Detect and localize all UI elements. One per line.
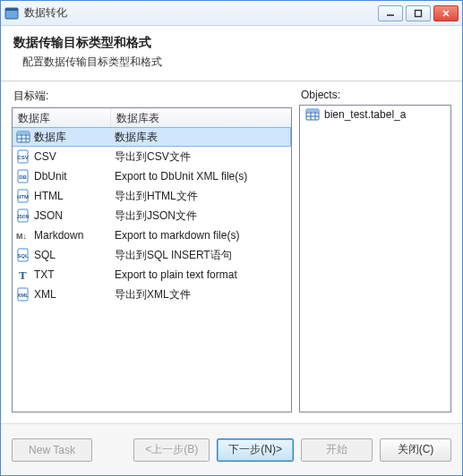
target-row[interactable]: CSVCSV导出到CSV文件 xyxy=(13,147,291,166)
content-area: 目标端: 数据库 数据库表 数据库数据库表CSVCSV导出到CSV文件DBDbU… xyxy=(1,81,462,423)
target-desc: 导出到XML文件 xyxy=(115,287,191,302)
target-name: TXT xyxy=(34,268,55,281)
target-row[interactable]: HTMHTML导出到HTML文件 xyxy=(13,186,291,206)
target-desc: 导出到JSON文件 xyxy=(115,208,197,224)
target-row[interactable]: JSONJSON导出到JSON文件 xyxy=(13,206,291,225)
targets-listbox[interactable]: 数据库 数据库表 数据库数据库表CSVCSV导出到CSV文件DBDbUnitEx… xyxy=(12,107,292,412)
svg-rect-3 xyxy=(416,10,422,16)
dbunit-icon: DB xyxy=(16,169,30,183)
titlebar: 数据转化 xyxy=(1,1,462,26)
objects-listbox[interactable]: bien_test.tabel_a xyxy=(299,105,451,412)
markdown-icon: M↓ xyxy=(16,228,30,242)
objects-column: Objects: bien_test.tabel_a xyxy=(299,89,451,412)
targets-header: 数据库 数据库表 xyxy=(13,108,291,128)
table-icon xyxy=(16,130,30,144)
objects-label: Objects: xyxy=(299,89,451,101)
svg-text:M↓: M↓ xyxy=(16,232,27,241)
target-name: CSV xyxy=(34,150,56,163)
targets-column: 目标端: 数据库 数据库表 数据库数据库表CSVCSV导出到CSV文件DBDbU… xyxy=(12,89,292,412)
svg-rect-11 xyxy=(17,132,30,134)
target-row[interactable]: TTXTExport to plain text format xyxy=(13,265,291,285)
target-row[interactable]: DBDbUnitExport to DbUnit XML file(s) xyxy=(13,166,291,186)
svg-text:T: T xyxy=(19,268,27,282)
window-title: 数据转化 xyxy=(24,5,378,21)
target-desc: 导出到SQL INSERT语句 xyxy=(115,248,232,263)
target-name: SQL xyxy=(34,249,56,261)
minimize-button[interactable] xyxy=(378,5,403,21)
svg-text:JSON: JSON xyxy=(17,214,30,219)
svg-rect-1 xyxy=(5,8,18,11)
svg-text:XML: XML xyxy=(17,293,29,298)
svg-text:CSV: CSV xyxy=(17,155,28,160)
xml-icon: XML xyxy=(16,287,30,302)
target-name: HTML xyxy=(34,190,64,202)
maximize-button[interactable] xyxy=(406,5,431,21)
targets-label: 目标端: xyxy=(12,89,292,104)
table-icon xyxy=(305,107,320,122)
start-button: 开始 xyxy=(301,438,373,462)
target-name: XML xyxy=(34,288,56,301)
json-icon: JSON xyxy=(16,208,30,223)
target-row[interactable]: SQLSQL导出到SQL INSERT语句 xyxy=(13,245,291,265)
page-subtitle: 配置数据传输目标类型和格式 xyxy=(13,55,450,70)
svg-text:DB: DB xyxy=(19,174,27,180)
target-row[interactable]: 数据库数据库表 xyxy=(12,127,291,147)
svg-text:SQL: SQL xyxy=(17,253,29,259)
object-item[interactable]: bien_test.tabel_a xyxy=(300,106,450,123)
target-name: DbUnit xyxy=(34,170,67,183)
close-dialog-button[interactable]: 关闭(C) xyxy=(380,438,451,462)
target-name: 数据库 xyxy=(34,130,66,145)
sql-icon: SQL xyxy=(16,248,30,262)
target-desc: Export to plain text format xyxy=(115,268,237,281)
html-icon: HTM xyxy=(16,189,30,203)
footer: New Task <上一步(B) 下一步(N)> 开始 关闭(C) xyxy=(1,423,462,475)
target-desc: 导出到CSV文件 xyxy=(115,149,191,165)
target-desc: 数据库表 xyxy=(115,130,158,145)
next-button[interactable]: 下一步(N)> xyxy=(217,438,294,462)
targets-rows: 数据库数据库表CSVCSV导出到CSV文件DBDbUnitExport to D… xyxy=(13,127,291,304)
object-name: bien_test.tabel_a xyxy=(324,108,406,121)
new-task-button: New Task xyxy=(12,438,92,462)
window-buttons xyxy=(378,5,459,21)
back-button: <上一步(B) xyxy=(133,438,210,462)
target-row[interactable]: XMLXML导出到XML文件 xyxy=(13,285,291,304)
target-desc: 导出到HTML文件 xyxy=(115,189,198,204)
page-title: 数据传输目标类型和格式 xyxy=(13,35,450,51)
close-button[interactable] xyxy=(433,5,459,21)
targets-col-desc[interactable]: 数据库表 xyxy=(111,108,291,127)
target-name: Markdown xyxy=(34,229,83,242)
svg-text:HTM: HTM xyxy=(17,194,29,200)
csv-icon: CSV xyxy=(16,149,30,164)
targets-col-name[interactable]: 数据库 xyxy=(13,108,111,127)
app-icon xyxy=(4,6,19,21)
txt-icon: T xyxy=(16,268,30,282)
target-row[interactable]: M↓MarkdownExport to markdown file(s) xyxy=(13,225,291,245)
dialog-window: 数据转化 数据传输目标类型和格式 配置数据传输目标类型和格式 目标端: 数据库 … xyxy=(0,0,463,476)
target-desc: Export to markdown file(s) xyxy=(115,229,239,242)
target-desc: Export to DbUnit XML file(s) xyxy=(115,170,247,183)
page-header: 数据传输目标类型和格式 配置数据传输目标类型和格式 xyxy=(1,26,462,77)
svg-rect-31 xyxy=(306,109,319,112)
target-name: JSON xyxy=(34,209,63,222)
